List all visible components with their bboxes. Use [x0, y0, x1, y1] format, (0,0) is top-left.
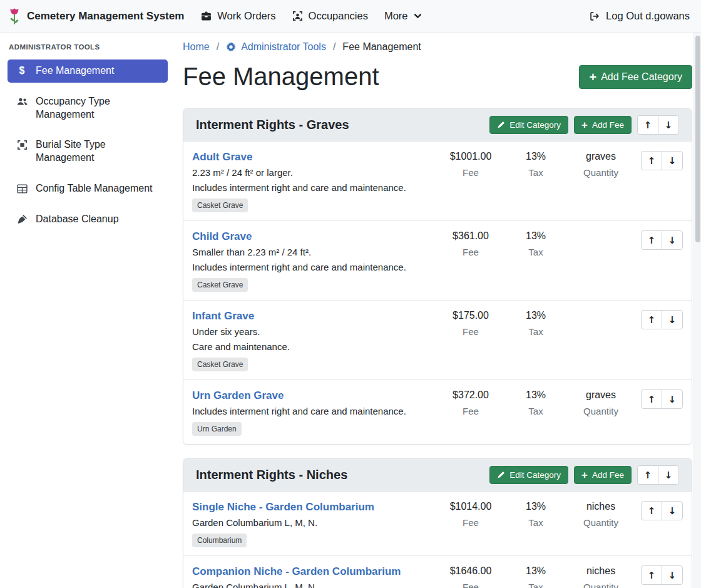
- sidebar-item-database-cleanup[interactable]: Database Cleanup: [8, 208, 168, 231]
- app-title: Cemetery Management System: [27, 10, 184, 23]
- move-fee-up-button[interactable]: ↑: [641, 151, 662, 170]
- sidebar-item-burial-site-type-management[interactable]: Burial Site Type Management: [8, 133, 168, 170]
- fee-row-infant-grave: Infant Grave Under six years. Care and m…: [183, 300, 692, 379]
- vertical-scrollbar[interactable]: [693, 33, 701, 588]
- move-category-up-button[interactable]: ↑: [637, 115, 658, 135]
- broom-icon: [15, 214, 29, 225]
- fee-name-link[interactable]: Single Niche - Garden Columbarium: [192, 501, 374, 513]
- sidebar-item-occupancy-type-management[interactable]: Occupancy Type Management: [8, 90, 168, 126]
- category-card-niches: Interment Rights - Niches Edit Category …: [183, 458, 692, 588]
- move-fee-down-button[interactable]: ↓: [662, 389, 683, 409]
- fee-description: Garden Columbarium L, M, N.: [192, 582, 432, 588]
- fee-name-link[interactable]: Child Grave: [192, 230, 252, 243]
- move-fee-down-button[interactable]: ↓: [662, 310, 683, 329]
- nav-more[interactable]: More: [376, 5, 430, 27]
- fee-quantity: niches Quantity: [568, 501, 633, 528]
- tulip-logo-icon: [8, 8, 21, 25]
- edit-category-label: Edit Category: [509, 470, 561, 480]
- breadcrumb-home[interactable]: Home: [183, 41, 210, 53]
- fee-name-link[interactable]: Infant Grave: [192, 310, 254, 322]
- fee-type-badge: Casket Grave: [192, 358, 248, 371]
- move-fee-up-button[interactable]: ↑: [641, 501, 662, 520]
- fee-reorder-group: ↑ ↓: [641, 310, 683, 329]
- breadcrumb-admin-tools[interactable]: Administrator Tools: [226, 41, 326, 53]
- fee-type-badge: Casket Grave: [192, 199, 248, 212]
- sidebar: ADMINISTRATOR TOOLS $ Fee Management Occ…: [0, 33, 178, 239]
- fee-amount: $1001.00 Fee: [438, 151, 503, 178]
- fee-tax: 13% Tax: [503, 501, 568, 528]
- fee-amount: $1646.00 Fee: [438, 565, 503, 588]
- move-fee-up-button[interactable]: ↑: [641, 565, 662, 585]
- pencil-icon: [497, 121, 505, 129]
- fee-tax: 13% Tax: [503, 310, 568, 337]
- fee-name-link[interactable]: Companion Niche - Garden Columbarium: [192, 565, 401, 578]
- fee-row-companion-niche: Companion Niche - Garden Columbarium Gar…: [183, 555, 692, 588]
- bounding-box-icon: [15, 140, 29, 150]
- fee-quantity: graves Quantity: [568, 151, 633, 178]
- move-fee-down-button[interactable]: ↓: [662, 565, 683, 585]
- fee-reorder-group: ↑ ↓: [641, 501, 683, 520]
- fee-tax: 13% Tax: [503, 151, 568, 178]
- category-header: Interment Rights - Graves Edit Category …: [183, 109, 692, 142]
- app-brand[interactable]: Cemetery Management System: [8, 8, 184, 25]
- nav-work-orders[interactable]: Work Orders: [193, 5, 284, 27]
- fee-amount: $372.00 Fee: [438, 389, 503, 416]
- scrollbar-thumb[interactable]: [695, 36, 700, 242]
- edit-category-label: Edit Category: [509, 120, 561, 130]
- add-fee-category-button[interactable]: + Add Fee Category: [579, 65, 692, 89]
- plus-icon: +: [589, 71, 596, 83]
- fee-type-badge: Casket Grave: [192, 278, 248, 292]
- fee-tax: 13% Tax: [503, 230, 568, 257]
- fee-type-badge: Columbarium: [192, 534, 247, 547]
- move-category-up-button[interactable]: ↑: [637, 465, 658, 485]
- fee-name-link[interactable]: Adult Grave: [192, 151, 252, 163]
- fee-name-link[interactable]: Urn Garden Grave: [192, 389, 284, 402]
- fee-reorder-group: ↑ ↓: [641, 230, 683, 250]
- plus-icon: +: [581, 120, 588, 130]
- move-category-down-button[interactable]: ↓: [658, 115, 679, 135]
- fee-description: Under six years.: [192, 326, 432, 337]
- fee-reorder-group: ↑ ↓: [641, 565, 683, 585]
- move-fee-down-button[interactable]: ↓: [662, 151, 683, 170]
- nav-occupancies[interactable]: Occupancies: [284, 5, 376, 27]
- logout-button[interactable]: Log Out d.gowans: [581, 5, 691, 27]
- sidebar-item-label: Fee Management: [36, 64, 114, 78]
- category-card-graves: Interment Rights - Graves Edit Category …: [183, 108, 692, 445]
- move-fee-up-button[interactable]: ↑: [641, 230, 662, 250]
- briefcase-icon: [201, 11, 212, 21]
- fee-row-single-niche: Single Niche - Garden Columbarium Garden…: [183, 492, 692, 555]
- people-icon: [15, 96, 29, 107]
- top-navbar: Cemetery Management System Work Orders O…: [0, 0, 701, 33]
- sidebar-item-label: Burial Site Type Management: [36, 138, 160, 165]
- category-reorder-group: ↑ ↓: [637, 115, 679, 135]
- move-fee-down-button[interactable]: ↓: [662, 501, 683, 520]
- sidebar-item-config-table-management[interactable]: Config Table Management: [8, 177, 168, 200]
- main-content: Home / Administrator Tools / Fee Managem…: [178, 33, 701, 588]
- add-fee-label: Add Fee: [592, 470, 624, 480]
- move-fee-down-button[interactable]: ↓: [662, 230, 683, 250]
- fee-type-badge: Urn Garden: [192, 422, 242, 436]
- nav-work-orders-label: Work Orders: [217, 10, 275, 22]
- pencil-icon: [497, 471, 505, 479]
- add-fee-button[interactable]: + Add Fee: [574, 116, 632, 134]
- category-header: Interment Rights - Niches Edit Category …: [183, 459, 692, 492]
- fee-tax: 13% Tax: [503, 389, 568, 416]
- dollar-icon: $: [15, 66, 29, 76]
- logout-label: Log Out d.gowans: [606, 10, 690, 22]
- fee-amount: $175.00 Fee: [438, 310, 503, 337]
- fee-quantity: graves Quantity: [568, 389, 633, 416]
- category-title: Interment Rights - Niches: [196, 468, 489, 482]
- fee-description: Includes interment right and care and ma…: [192, 406, 432, 416]
- sidebar-item-fee-management[interactable]: $ Fee Management: [8, 59, 168, 83]
- fee-description: 2.23 m² / 24 ft² or larger.: [192, 167, 432, 178]
- edit-category-button[interactable]: Edit Category: [489, 116, 568, 134]
- fee-amount: $1014.00 Fee: [438, 501, 503, 528]
- chevron-down-icon: [414, 12, 422, 20]
- move-fee-up-button[interactable]: ↑: [641, 310, 662, 329]
- plus-icon: +: [581, 470, 588, 480]
- table-icon: [15, 183, 29, 194]
- edit-category-button[interactable]: Edit Category: [489, 466, 568, 484]
- move-fee-up-button[interactable]: ↑: [641, 389, 662, 409]
- add-fee-button[interactable]: + Add Fee: [574, 466, 632, 484]
- move-category-down-button[interactable]: ↓: [658, 465, 679, 485]
